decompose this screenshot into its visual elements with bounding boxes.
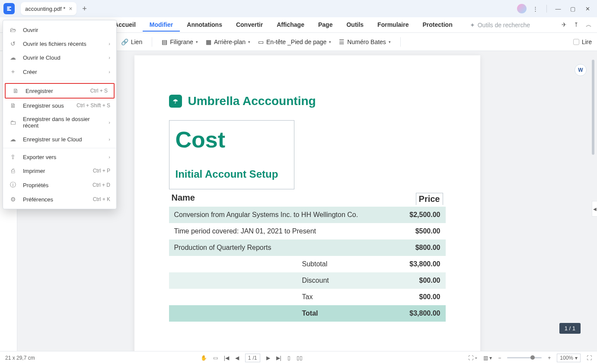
two-page-icon[interactable]: ▯▯ — [297, 355, 303, 361]
titlebar: accounting.pdf * × + ⋮ — ▢ ✕ — [0, 0, 597, 17]
tab-formulaire[interactable]: Formulaire — [370, 19, 415, 32]
table-row: Production of Quarterly Reports$800.00 — [169, 239, 446, 256]
right-panel-expand[interactable]: ◀ — [592, 201, 597, 217]
vertical-scrollbar[interactable] — [592, 60, 594, 155]
share-icon[interactable]: ✈ — [562, 21, 567, 29]
hand-tool-icon[interactable]: ✋ — [201, 355, 207, 361]
last-page-icon[interactable]: ▶| — [276, 355, 281, 361]
menu-open-recent[interactable]: ↺Ouvrir les fichiers récents› — [3, 37, 116, 51]
chevron-right-icon: › — [109, 154, 110, 160]
read-toggle[interactable]: Lire — [573, 38, 592, 45]
table-row: Time period covered: JAN 01, 2021 to Pre… — [169, 223, 446, 239]
word-icon: W — [578, 67, 583, 73]
col-price: Price — [416, 193, 443, 205]
bates-button[interactable]: ☰Numéro Bates▾ — [339, 38, 390, 45]
sparkle-icon: ✦ — [470, 22, 475, 29]
discount-row: Discount$00.00 — [169, 272, 446, 289]
menu-save-as[interactable]: 🗎Enregistrer sousCtrl + Shift + S — [3, 99, 116, 112]
export-icon: ⇪ — [9, 153, 17, 160]
page-indicator: 1 / 1 — [559, 323, 581, 334]
chevron-right-icon: › — [109, 41, 110, 46]
checkbox-icon — [573, 39, 579, 45]
tab-protection[interactable]: Protection — [415, 19, 459, 32]
tab-outils[interactable]: Outils — [339, 19, 370, 32]
background-button[interactable]: ▦Arrière-plan▾ — [206, 38, 250, 45]
select-tool-icon[interactable]: ▭ — [213, 355, 218, 361]
page-dimensions: 21 x 29,7 cm — [5, 355, 35, 361]
single-page-icon[interactable]: ▯ — [287, 355, 291, 361]
menu-save-recent-folder[interactable]: 🗀Enregistrer dans le dossier récent› — [3, 112, 116, 132]
tab-affichage[interactable]: Affichage — [270, 19, 311, 32]
cloud-upload-icon[interactable]: ⤒ — [574, 21, 579, 29]
print-icon: ⎙ — [9, 167, 17, 174]
open-icon: 🗁 — [9, 26, 17, 33]
zoom-value[interactable]: 100% ▾ — [557, 354, 581, 362]
bates-icon: ☰ — [339, 38, 345, 45]
menu-create[interactable]: ＋Créer› — [3, 64, 116, 79]
link-button[interactable]: 🔗Lien — [121, 38, 142, 45]
zoom-slider[interactable] — [507, 357, 542, 358]
info-icon: ⓘ — [9, 181, 17, 189]
first-page-icon[interactable]: |◀ — [224, 355, 229, 361]
new-tab-button[interactable]: + — [79, 3, 89, 14]
cost-heading: Cost — [176, 128, 288, 151]
menu-save[interactable]: 🗎EnregistrerCtrl + S — [6, 84, 114, 98]
next-page-icon[interactable]: ▶ — [266, 355, 270, 361]
page-sheet: ☂ Umbrella Acccounting Cost Initial Acco… — [134, 55, 480, 351]
watermark-icon: ▤ — [162, 38, 167, 45]
link-icon: 🔗 — [121, 38, 128, 45]
menu-properties[interactable]: ⓘPropriétésCtrl + D — [3, 178, 116, 192]
header-footer-button[interactable]: ▭En-tête _Pied de page▾ — [258, 38, 331, 45]
prev-page-icon[interactable]: ◀ — [235, 355, 239, 361]
cloud-save-icon: ☁ — [9, 136, 17, 143]
menu-open-cloud[interactable]: ☁Ouvrir le Cloud› — [3, 51, 116, 64]
brand-name: Umbrella Acccounting — [188, 94, 316, 108]
tab-title: accounting.pdf * — [25, 6, 65, 12]
search-placeholder: Outils de recherche — [478, 22, 530, 29]
tab-modifier[interactable]: Modifier — [143, 19, 180, 32]
cost-block: Cost Initial Account Setup — [169, 120, 294, 189]
tab-close-icon[interactable]: × — [69, 5, 72, 12]
file-dropdown: 🗁Ouvrir ↺Ouvrir les fichiers récents› ☁O… — [3, 20, 117, 209]
create-icon: ＋ — [9, 68, 17, 76]
cost-table: Name Price Conversion from Angular Syste… — [169, 191, 446, 322]
user-avatar[interactable] — [517, 4, 527, 13]
menu-preferences[interactable]: ⚙PréférencesCtrl + K — [3, 192, 116, 206]
close-window-button[interactable]: ✕ — [581, 3, 594, 15]
sliders-icon: ⚙ — [9, 196, 17, 203]
background-icon: ▦ — [206, 38, 211, 45]
brand-logo-icon: ☂ — [169, 95, 182, 108]
search-tools[interactable]: ✦ Outils de recherche — [470, 22, 530, 29]
view-mode-icon[interactable]: ▥ ▾ — [483, 355, 492, 361]
watermark-button[interactable]: ▤Filigrane▾ — [162, 38, 198, 45]
export-word-badge[interactable]: W — [575, 64, 587, 76]
tab-convertir[interactable]: Convertir — [229, 19, 270, 32]
fit-page-icon[interactable]: ⛶ ▾ — [468, 355, 477, 361]
zoom-in-icon[interactable]: + — [548, 355, 551, 361]
tab-page[interactable]: Page — [311, 19, 339, 32]
page-number-input[interactable]: 1/1 — [245, 354, 260, 362]
collapse-ribbon-icon[interactable]: ︿ — [586, 21, 592, 29]
table-row: Conversion from Angular Systems Inc. to … — [169, 207, 446, 223]
tab-annotations[interactable]: Annotations — [180, 19, 229, 32]
menu-print[interactable]: ⎙ImprimerCtrl + P — [3, 164, 116, 178]
subtotal-row: Subtotal$3,800.00 — [169, 256, 446, 272]
save-icon: 🗎 — [12, 87, 19, 94]
menu-export[interactable]: ⇪Exporter vers› — [3, 150, 116, 164]
fullscreen-icon[interactable]: ⛶ — [587, 355, 592, 361]
more-icon[interactable]: ⋮ — [529, 3, 541, 15]
statusbar: 21 x 29,7 cm ✋ ▭ |◀ ◀ 1/1 ▶ ▶| ▯ ▯▯ ⛶ ▾ … — [0, 351, 597, 364]
chevron-right-icon: › — [109, 120, 110, 125]
zoom-out-icon[interactable]: − — [498, 355, 501, 361]
menu-save-cloud[interactable]: ☁Enregistrer sur le Cloud› — [3, 132, 116, 146]
menu-open[interactable]: 🗁Ouvrir — [3, 23, 116, 37]
maximize-button[interactable]: ▢ — [567, 3, 579, 15]
header-footer-icon: ▭ — [258, 38, 264, 45]
tax-row: Tax$00.00 — [169, 289, 446, 305]
chevron-right-icon: › — [109, 55, 110, 60]
minimize-button[interactable]: — — [552, 3, 564, 15]
cost-subheading: Initial Account Setup — [176, 168, 288, 180]
document-tab[interactable]: accounting.pdf * × — [21, 2, 77, 15]
save-as-icon: 🗎 — [9, 102, 17, 109]
chevron-right-icon: › — [109, 137, 110, 142]
